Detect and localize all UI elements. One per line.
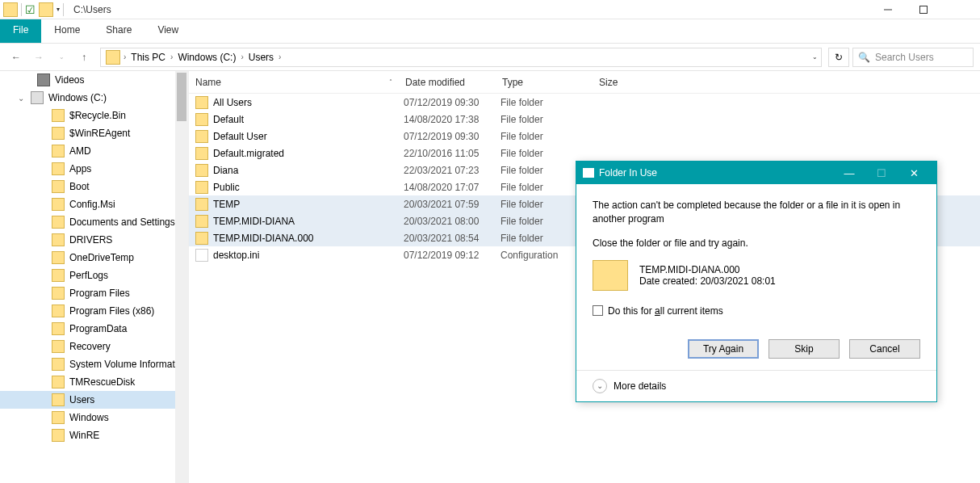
- chevron-right-icon[interactable]: ›: [239, 52, 245, 61]
- tree-item-label: Windows: [69, 412, 109, 423]
- file-name: TEMP.MIDI-DIANA: [213, 216, 404, 227]
- tree-item[interactable]: $WinREAgent: [0, 124, 188, 142]
- recent-dropdown-icon[interactable]: ⌄: [52, 48, 71, 67]
- up-button[interactable]: ↑: [74, 48, 94, 67]
- file-type: File folder: [500, 148, 597, 159]
- crumb-this-pc[interactable]: This PC: [128, 52, 169, 63]
- tree-item[interactable]: WinRE: [0, 426, 188, 444]
- file-name: desktop.ini: [213, 250, 404, 261]
- file-date: 14/08/2020 17:07: [404, 182, 500, 193]
- sort-ascending-icon: ˄: [389, 78, 392, 86]
- folder-icon: [52, 109, 65, 122]
- folder-icon: [52, 287, 65, 300]
- tree-item-label: Boot: [69, 181, 90, 192]
- folder-icon: [195, 96, 208, 109]
- folder-icon: [593, 260, 628, 291]
- folder-icon: [195, 164, 208, 177]
- tab-view[interactable]: View: [144, 19, 191, 43]
- tree-item[interactable]: TMRescueDisk: [0, 373, 188, 391]
- tab-share[interactable]: Share: [93, 19, 144, 43]
- tree-item-drive[interactable]: ⌄ Windows (C:): [0, 89, 188, 107]
- file-row[interactable]: Default.migrated22/10/2016 11:05File fol…: [189, 145, 980, 162]
- file-name: Default.migrated: [213, 148, 404, 159]
- address-dropdown-icon[interactable]: ⌄: [812, 53, 818, 61]
- tree-item[interactable]: Config.Msi: [0, 195, 188, 213]
- forward-button[interactable]: →: [29, 48, 48, 67]
- header-size[interactable]: Size: [593, 77, 657, 88]
- tree-item-videos[interactable]: Videos: [0, 71, 188, 89]
- folder-icon: [195, 181, 208, 194]
- maximize-button[interactable]: [906, 0, 941, 19]
- expand-icon[interactable]: ⌄: [593, 379, 607, 393]
- dialog-minimize-button[interactable]: —: [833, 167, 865, 179]
- file-name: TEMP.MIDI-DIANA.000: [213, 233, 404, 244]
- chevron-right-icon[interactable]: ›: [122, 52, 128, 61]
- file-date: 22/03/2021 07:23: [404, 165, 500, 176]
- tree-item[interactable]: Documents and Settings: [0, 213, 188, 231]
- tree-item[interactable]: ProgramData: [0, 320, 188, 338]
- file-date: 22/10/2016 11:05: [404, 148, 500, 159]
- tree-item[interactable]: DRIVERS: [0, 231, 188, 249]
- folder-icon: [52, 145, 65, 158]
- chevron-right-icon[interactable]: ›: [277, 52, 283, 61]
- file-date: 20/03/2021 08:00: [404, 216, 500, 227]
- address-bar[interactable]: › This PC › Windows (C:) › Users › ⌄: [100, 48, 822, 67]
- file-row[interactable]: Default14/08/2020 17:38File folder: [189, 111, 980, 128]
- header-name[interactable]: Name ˄: [189, 77, 399, 88]
- cancel-button[interactable]: Cancel: [849, 339, 920, 359]
- crumb-drive[interactable]: Windows (C:): [174, 52, 239, 63]
- folder-icon: [52, 216, 65, 229]
- header-date[interactable]: Date modified: [399, 77, 496, 88]
- file-row[interactable]: All Users07/12/2019 09:30File folder: [189, 94, 980, 111]
- folder-icon: [52, 340, 65, 353]
- file-row[interactable]: Default User07/12/2019 09:30File folder: [189, 128, 980, 145]
- back-button[interactable]: ←: [6, 48, 26, 67]
- quick-access-toolbar: ☑ ▾: [21, 2, 64, 17]
- new-folder-icon[interactable]: [39, 2, 53, 17]
- folder-icon: [195, 147, 208, 160]
- tree-item[interactable]: System Volume Information: [0, 355, 188, 373]
- folder-icon: [52, 411, 65, 424]
- crumb-folder[interactable]: Users: [245, 52, 277, 63]
- dialog-maximize-button[interactable]: ☐: [865, 167, 898, 179]
- dialog-titlebar[interactable]: Folder In Use — ☐ ✕: [576, 162, 936, 184]
- minimize-button[interactable]: [870, 0, 906, 19]
- column-headers[interactable]: Name ˄ Date modified Type Size: [189, 71, 980, 94]
- tree-item[interactable]: Users: [0, 391, 188, 409]
- tree-item[interactable]: Boot: [0, 178, 188, 195]
- refresh-button[interactable]: ↻: [828, 48, 849, 67]
- tree-item[interactable]: PerfLogs: [0, 267, 188, 284]
- titlebar: ☑ ▾ C:\Users: [0, 0, 980, 19]
- tree-item[interactable]: AMD: [0, 142, 188, 160]
- tab-file[interactable]: File: [0, 19, 41, 43]
- tree-item-label: Apps: [69, 163, 91, 174]
- tree-item[interactable]: Recovery: [0, 338, 188, 355]
- tree-item-label: Program Files: [69, 288, 130, 299]
- qat-dropdown-icon[interactable]: ▾: [57, 6, 60, 13]
- header-type[interactable]: Type: [496, 77, 593, 88]
- skip-button[interactable]: Skip: [769, 339, 840, 359]
- collapse-icon[interactable]: ⌄: [16, 94, 26, 103]
- dialog-footer[interactable]: ⌄ More details: [576, 370, 936, 401]
- properties-icon[interactable]: ☑: [25, 3, 36, 16]
- chevron-right-icon[interactable]: ›: [169, 52, 174, 61]
- tree-item[interactable]: Program Files: [0, 284, 188, 302]
- dialog-checkbox-row[interactable]: Do this for all current items: [593, 305, 920, 317]
- tree-item-label: $WinREAgent: [69, 128, 130, 139]
- search-input[interactable]: 🔍 Search Users: [852, 48, 974, 67]
- folder-icon: [52, 233, 65, 246]
- tree-item[interactable]: Windows: [0, 409, 188, 426]
- window-controls: [870, 0, 977, 19]
- tree-item[interactable]: Apps: [0, 160, 188, 178]
- tree-item[interactable]: OneDriveTemp: [0, 249, 188, 267]
- dialog-close-button[interactable]: ✕: [898, 167, 930, 179]
- tab-home[interactable]: Home: [41, 19, 93, 43]
- try-again-button[interactable]: Try Again: [688, 339, 759, 359]
- tree-item[interactable]: Program Files (x86): [0, 302, 188, 320]
- tree-item-label: AMD: [69, 145, 91, 157]
- checkbox[interactable]: [593, 305, 603, 316]
- tree-scrollbar[interactable]: [175, 71, 188, 483]
- scroll-thumb[interactable]: [177, 73, 186, 121]
- tree-item[interactable]: $Recycle.Bin: [0, 107, 188, 124]
- nav-tree[interactable]: Videos ⌄ Windows (C:) $Recycle.Bin$WinRE…: [0, 71, 189, 483]
